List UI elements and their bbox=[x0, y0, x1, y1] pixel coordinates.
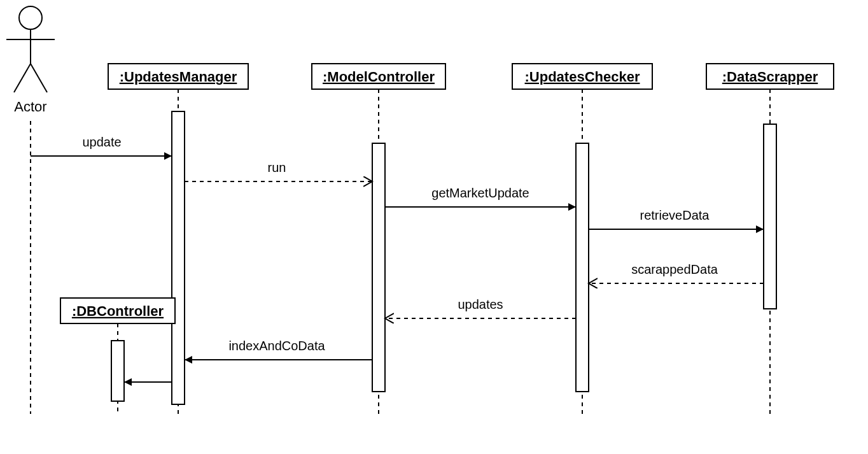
actor-figure: Actor bbox=[6, 6, 55, 115]
svg-text::UpdatesManager: :UpdatesManager bbox=[120, 69, 237, 85]
participant-updates-checker: :UpdatesChecker bbox=[512, 64, 652, 89]
msg-retrieve-data-label: retrieveData bbox=[640, 208, 710, 222]
participant-data-scrapper: :DataScrapper bbox=[706, 64, 834, 89]
participant-db-controller: :DBController bbox=[60, 298, 175, 323]
msg-run-label: run bbox=[268, 160, 286, 174]
svg-text::UpdatesChecker: :UpdatesChecker bbox=[525, 69, 640, 85]
msg-update-label: update bbox=[82, 135, 121, 149]
model-controller-activation bbox=[372, 143, 385, 392]
svg-point-0 bbox=[19, 6, 42, 29]
svg-line-3 bbox=[14, 64, 31, 92]
svg-text::DataScrapper: :DataScrapper bbox=[722, 69, 818, 85]
participant-model-controller: :ModelController bbox=[312, 64, 445, 89]
msg-get-market-update-label: getMarketUpdate bbox=[431, 186, 529, 200]
updates-checker-activation bbox=[576, 143, 589, 392]
svg-line-4 bbox=[31, 64, 47, 92]
actor-label: Actor bbox=[14, 99, 46, 115]
msg-index-and-co-data-label: indexAndCoData bbox=[228, 339, 325, 353]
data-scrapper-activation bbox=[764, 124, 776, 309]
db-controller-activation bbox=[111, 341, 124, 401]
msg-scrapped-data-label: scarappedData bbox=[631, 262, 718, 276]
msg-updates-label: updates bbox=[458, 297, 503, 311]
updates-manager-activation bbox=[172, 111, 185, 404]
svg-text::ModelController: :ModelController bbox=[323, 69, 435, 85]
sequence-diagram: Actor :UpdatesManager :ModelController :… bbox=[0, 0, 868, 454]
participant-updates-manager: :UpdatesManager bbox=[108, 64, 248, 89]
svg-text::DBController: :DBController bbox=[72, 303, 164, 319]
